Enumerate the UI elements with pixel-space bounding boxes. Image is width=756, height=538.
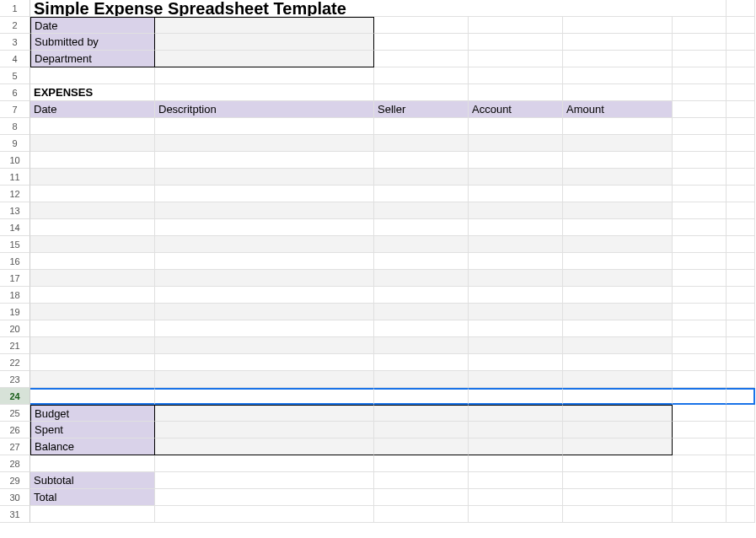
cell[interactable] [673,320,727,337]
cell[interactable] [727,84,755,101]
cell[interactable] [469,489,563,506]
table-row[interactable] [563,320,673,337]
cell[interactable] [727,270,755,287]
cell[interactable] [673,371,727,388]
table-row[interactable] [469,135,563,152]
cell[interactable] [727,152,755,169]
cell[interactable] [469,422,563,438]
spreadsheet-grid[interactable]: 1 Simple Expense Spreadsheet Template 2 … [0,0,756,523]
table-row[interactable] [563,236,673,253]
cell[interactable] [469,438,563,455]
col-seller[interactable]: Seller [374,101,469,118]
cell[interactable] [727,253,755,270]
input-submitted-by[interactable] [155,34,374,51]
row-header[interactable]: 3 [0,34,30,51]
row-header[interactable]: 26 [0,422,30,438]
row-header[interactable]: 12 [0,186,30,202]
label-submitted-by[interactable]: Submitted by [30,34,155,51]
cell[interactable] [563,405,673,422]
table-row[interactable] [469,337,563,354]
cell[interactable] [673,219,727,236]
cell[interactable] [469,67,563,84]
cell[interactable] [469,405,563,422]
table-row[interactable] [30,135,155,152]
table-row[interactable] [155,236,374,253]
table-row[interactable] [563,371,673,388]
row-header[interactable]: 1 [0,0,30,17]
table-row[interactable] [563,304,673,320]
row-header[interactable]: 14 [0,219,30,236]
table-row[interactable] [469,202,563,219]
cell[interactable] [469,17,563,34]
label-date[interactable]: Date [30,17,155,34]
cell[interactable] [563,455,673,472]
label-department[interactable]: Department [30,51,155,67]
row-header[interactable]: 27 [0,438,30,455]
cell[interactable] [673,118,727,135]
table-row[interactable] [30,287,155,304]
row-header-selected[interactable]: 24 [0,388,30,405]
cell[interactable] [563,51,673,67]
label-spent[interactable]: Spent [30,422,155,438]
cell[interactable] [673,186,727,202]
table-row[interactable] [469,320,563,337]
col-account[interactable]: Account [469,101,563,118]
table-row[interactable] [374,186,469,202]
table-row[interactable] [30,202,155,219]
cell[interactable] [673,202,727,219]
row-header[interactable]: 15 [0,236,30,253]
col-description[interactable]: Descritption [155,101,374,118]
cell[interactable] [727,34,755,51]
table-row[interactable] [155,270,374,287]
cell-selected[interactable] [727,388,755,405]
cell[interactable] [563,67,673,84]
table-row[interactable] [155,253,374,270]
cell[interactable] [727,489,755,506]
table-row[interactable] [563,253,673,270]
cell[interactable] [727,438,755,455]
cell[interactable] [673,152,727,169]
cell-selected[interactable] [374,388,469,405]
row-header[interactable]: 8 [0,118,30,135]
table-row[interactable] [30,169,155,186]
cell[interactable] [469,506,563,523]
input-date[interactable] [155,17,374,34]
cell[interactable] [673,270,727,287]
cell[interactable] [374,84,469,101]
cell[interactable] [673,472,727,489]
table-row[interactable] [469,236,563,253]
cell[interactable] [727,304,755,320]
cell[interactable] [673,253,727,270]
table-row[interactable] [30,354,155,371]
table-row[interactable] [30,320,155,337]
table-row[interactable] [155,186,374,202]
table-row[interactable] [30,236,155,253]
table-row[interactable] [469,219,563,236]
cell[interactable] [673,438,727,455]
cell[interactable] [673,304,727,320]
table-row[interactable] [374,152,469,169]
row-header[interactable]: 4 [0,51,30,67]
cell[interactable] [727,320,755,337]
label-expenses[interactable]: EXPENSES [30,84,155,101]
row-header[interactable]: 23 [0,371,30,388]
cell[interactable] [469,51,563,67]
cell[interactable] [374,506,469,523]
table-row[interactable] [469,118,563,135]
table-row[interactable] [563,270,673,287]
row-header[interactable]: 20 [0,320,30,337]
cell-selected[interactable] [563,388,673,405]
table-row[interactable] [469,169,563,186]
table-row[interactable] [374,169,469,186]
table-row[interactable] [374,202,469,219]
cell[interactable] [727,287,755,304]
row-header[interactable]: 6 [0,84,30,101]
cell[interactable] [727,17,755,34]
input-subtotal[interactable] [155,472,374,489]
table-row[interactable] [374,219,469,236]
row-header[interactable]: 16 [0,253,30,270]
cell[interactable] [563,422,673,438]
cell[interactable] [469,455,563,472]
cell[interactable] [673,489,727,506]
row-header[interactable]: 13 [0,202,30,219]
